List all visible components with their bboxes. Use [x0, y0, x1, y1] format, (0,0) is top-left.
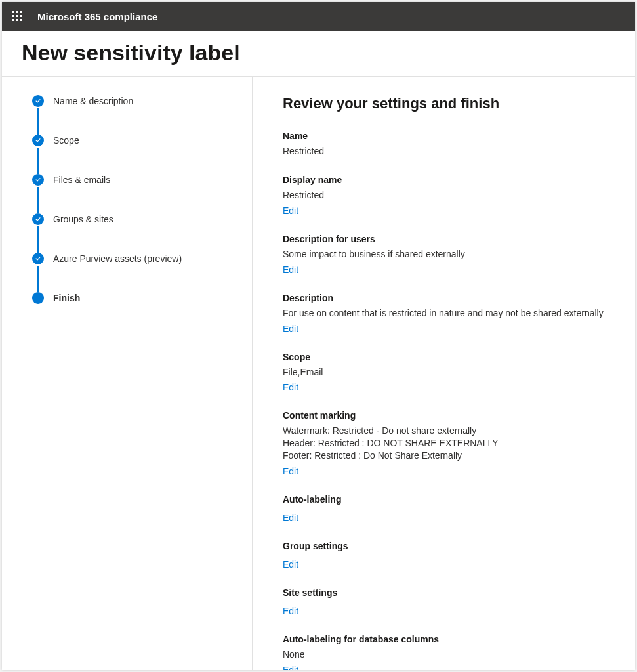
review-section-name: Name Restricted	[283, 131, 611, 158]
review-section-description-users: Description for users Some impact to bus…	[283, 234, 611, 276]
review-label: Display name	[283, 175, 611, 185]
wizard-step-label: Azure Purview assets (preview)	[53, 253, 182, 264]
review-label: Scope	[283, 352, 611, 362]
review-value-line: Footer: Restricted : Do Not Share Extern…	[283, 450, 611, 462]
wizard-step-finish[interactable]: Finish	[32, 292, 239, 304]
svg-rect-6	[12, 19, 14, 21]
review-section-scope: Scope File,Email Edit	[283, 352, 611, 394]
review-panel: Review your settings and finish Name Res…	[253, 77, 635, 670]
review-label: Description	[283, 293, 611, 303]
review-label: Auto-labeling for database columns	[283, 634, 611, 644]
app-launcher-icon[interactable]	[7, 6, 28, 27]
review-value: For use on content that is restricted in…	[283, 307, 611, 320]
edit-link[interactable]: Edit	[283, 324, 298, 334]
review-value: Restricted	[283, 145, 611, 158]
app-name: Microsoft 365 compliance	[37, 11, 157, 22]
svg-rect-1	[16, 11, 18, 13]
wizard-step-name-description[interactable]: Name & description	[32, 95, 239, 107]
wizard-step-label: Files & emails	[53, 175, 110, 185]
review-label: Description for users	[283, 234, 611, 244]
checkmark-icon	[32, 95, 44, 107]
top-bar: Microsoft 365 compliance	[2, 2, 635, 31]
review-heading: Review your settings and finish	[283, 95, 611, 112]
review-section-auto-labeling: Auto-labeling Edit	[283, 494, 611, 524]
edit-link[interactable]: Edit	[283, 466, 298, 476]
review-label: Name	[283, 131, 611, 141]
app-shell: Microsoft 365 compliance New sensitivity…	[2, 2, 635, 670]
review-value: Watermark: Restricted - Do not share ext…	[283, 425, 611, 462]
page-title: New sensitivity label	[22, 40, 615, 66]
edit-link[interactable]: Edit	[283, 205, 298, 216]
wizard-step-label: Name & description	[53, 96, 133, 106]
edit-link[interactable]: Edit	[283, 559, 298, 570]
current-step-icon	[32, 292, 44, 304]
wizard-steps: Name & description Scope Files & emails	[32, 95, 239, 304]
edit-link[interactable]: Edit	[283, 382, 298, 392]
checkmark-icon	[32, 174, 44, 186]
page-title-region: New sensitivity label	[2, 31, 635, 77]
wizard-step-files-emails[interactable]: Files & emails	[32, 174, 239, 186]
svg-rect-4	[16, 15, 18, 17]
svg-rect-8	[20, 19, 22, 21]
svg-rect-5	[20, 15, 22, 17]
svg-rect-0	[12, 11, 14, 13]
checkmark-icon	[32, 253, 44, 264]
svg-rect-3	[12, 15, 14, 17]
checkmark-icon	[32, 213, 44, 225]
wizard-step-azure-purview[interactable]: Azure Purview assets (preview)	[32, 253, 239, 264]
edit-link[interactable]: Edit	[283, 264, 298, 275]
review-label: Auto-labeling	[283, 494, 611, 505]
svg-rect-7	[16, 19, 18, 21]
review-value: File,Email	[283, 366, 611, 379]
review-section-description: Description For use on content that is r…	[283, 293, 611, 335]
wizard-step-label: Scope	[53, 135, 79, 146]
review-section-group-settings: Group settings Edit	[283, 541, 611, 570]
review-value-line: Header: Restricted : DO NOT SHARE EXTERN…	[283, 437, 611, 450]
review-section-content-marking: Content marking Watermark: Restricted - …	[283, 410, 611, 477]
wizard-step-label: Groups & sites	[53, 214, 113, 224]
svg-rect-2	[20, 11, 22, 13]
review-value: Restricted	[283, 189, 611, 201]
review-value-line: Watermark: Restricted - Do not share ext…	[283, 425, 611, 437]
wizard-step-label: Finish	[53, 293, 80, 303]
checkmark-icon	[32, 135, 44, 146]
wizard-step-groups-sites[interactable]: Groups & sites	[32, 213, 239, 225]
review-section-display-name: Display name Restricted Edit	[283, 175, 611, 217]
review-label: Site settings	[283, 587, 611, 598]
review-section-auto-labeling-db: Auto-labeling for database columns None …	[283, 634, 611, 670]
review-label: Content marking	[283, 410, 611, 421]
wizard-step-scope[interactable]: Scope	[32, 135, 239, 146]
review-value: Some impact to business if shared extern…	[283, 248, 611, 261]
review-label: Group settings	[283, 541, 611, 551]
edit-link[interactable]: Edit	[283, 513, 298, 523]
review-section-site-settings: Site settings Edit	[283, 587, 611, 617]
edit-link[interactable]: Edit	[283, 665, 298, 670]
content-region: Name & description Scope Files & emails	[2, 77, 635, 670]
edit-link[interactable]: Edit	[283, 606, 298, 616]
review-value: None	[283, 648, 611, 661]
wizard-sidebar: Name & description Scope Files & emails	[2, 77, 253, 670]
